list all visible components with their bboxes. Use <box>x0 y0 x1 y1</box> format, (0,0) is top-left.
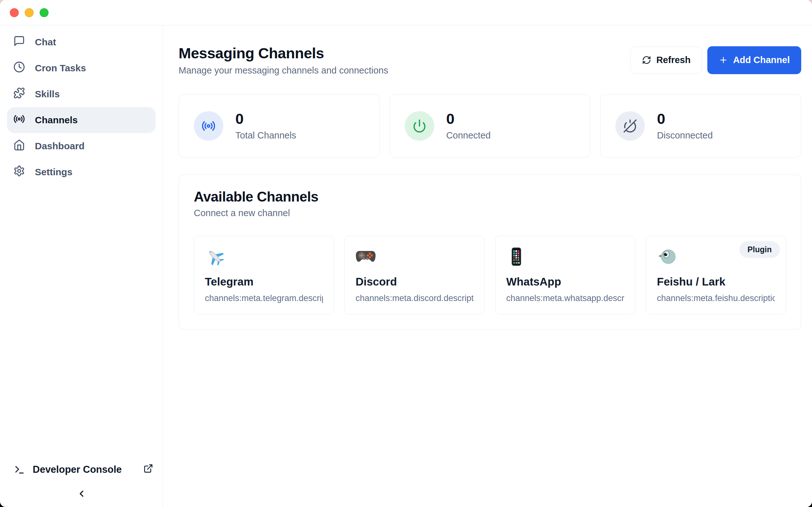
sidebar-item-label: Skills <box>35 89 60 100</box>
channel-grid: Telegram channels:meta.telegram.descript <box>194 236 786 314</box>
close-window-button[interactable] <box>10 8 19 17</box>
sidebar-item-settings[interactable]: Settings <box>7 159 156 185</box>
power-icon <box>405 111 434 141</box>
channel-description: channels:meta.whatsapp.descrip <box>506 293 624 303</box>
external-link-icon <box>143 464 153 476</box>
chevron-left-icon <box>77 489 87 499</box>
power-off-icon <box>615 111 645 141</box>
developer-console-link[interactable]: Developer Console <box>7 459 156 480</box>
header-actions: Refresh Add Channel <box>630 46 801 74</box>
stat-value: 0 <box>235 111 296 126</box>
stats-row: 0 Total Channels 0 Connected <box>179 94 801 158</box>
developer-console-label: Developer Console <box>33 464 122 475</box>
chat-bubble-icon <box>13 35 25 49</box>
add-channel-button[interactable]: Add Channel <box>707 46 801 74</box>
airplane-emoji <box>205 246 225 267</box>
add-channel-button-label: Add Channel <box>733 55 790 65</box>
channel-name: Telegram <box>205 275 323 288</box>
radio-icon <box>13 113 25 127</box>
stat-card-disconnected: 0 Disconnected <box>600 94 801 158</box>
game-controller-emoji <box>356 246 376 267</box>
available-channels-section: Available Channels Connect a new channel <box>179 175 801 330</box>
stat-label: Total Channels <box>235 130 296 141</box>
stat-value: 0 <box>446 111 491 126</box>
sidebar-item-skills[interactable]: Skills <box>7 81 156 107</box>
channel-name: Feishu / Lark <box>657 275 775 288</box>
sidebar-item-channels[interactable]: Channels <box>7 107 156 133</box>
plus-icon <box>719 55 728 65</box>
refresh-icon <box>642 55 651 65</box>
refresh-button[interactable]: Refresh <box>630 47 702 74</box>
bird-emoji <box>657 246 677 267</box>
channel-card-telegram[interactable]: Telegram channels:meta.telegram.descript <box>194 236 334 314</box>
refresh-button-label: Refresh <box>656 55 691 65</box>
sidebar-item-label: Channels <box>35 115 78 125</box>
channel-description: channels:meta.feishu.description <box>657 293 775 303</box>
mobile-phone-emoji <box>506 246 526 267</box>
sidebar-item-chat[interactable]: Chat <box>7 29 156 55</box>
sidebar-nav: Chat Cron Tasks Skills <box>7 29 156 185</box>
stat-label: Connected <box>446 130 491 141</box>
main-content: Messaging Channels Manage your messaging… <box>163 25 812 507</box>
window-titlebar <box>0 0 812 25</box>
page-title: Messaging Channels <box>179 44 388 62</box>
channel-name: WhatsApp <box>506 275 624 288</box>
sidebar-item-label: Dashboard <box>35 141 85 152</box>
channel-card-whatsapp[interactable]: WhatsApp channels:meta.whatsapp.descrip <box>495 236 635 314</box>
clock-icon <box>13 61 25 75</box>
gear-icon <box>13 165 25 179</box>
zoom-window-button[interactable] <box>40 8 49 17</box>
plugin-badge: Plugin <box>740 241 780 258</box>
app-window: Chat Cron Tasks Skills <box>0 0 812 507</box>
home-icon <box>13 139 25 153</box>
radio-icon <box>194 111 223 141</box>
sidebar-item-dashboard[interactable]: Dashboard <box>7 133 156 159</box>
collapse-sidebar-button[interactable] <box>7 489 156 499</box>
sidebar-item-label: Chat <box>35 37 56 48</box>
channel-description: channels:meta.discord.descriptic <box>356 293 473 303</box>
sidebar-item-label: Settings <box>35 167 72 177</box>
puzzle-icon <box>13 87 25 101</box>
channel-name: Discord <box>356 275 473 288</box>
sidebar-item-cron-tasks[interactable]: Cron Tasks <box>7 55 156 81</box>
sidebar: Chat Cron Tasks Skills <box>0 25 163 507</box>
stat-card-total-channels: 0 Total Channels <box>179 94 380 158</box>
available-channels-subtitle: Connect a new channel <box>194 208 786 218</box>
sidebar-footer: Developer Console <box>7 459 156 499</box>
minimize-window-button[interactable] <box>25 8 34 17</box>
channel-description: channels:meta.telegram.descript <box>205 293 323 303</box>
stat-card-connected: 0 Connected <box>390 94 591 158</box>
available-channels-title: Available Channels <box>194 189 786 205</box>
stat-label: Disconnected <box>657 130 713 141</box>
sidebar-item-label: Cron Tasks <box>35 63 86 73</box>
stat-value: 0 <box>657 111 713 126</box>
page-header: Messaging Channels Manage your messaging… <box>179 44 801 76</box>
terminal-icon <box>14 464 25 475</box>
page-subtitle: Manage your messaging channels and conne… <box>179 65 388 76</box>
channel-card-discord[interactable]: Discord channels:meta.discord.descriptic <box>345 236 485 314</box>
channel-card-feishu[interactable]: Plugin Feishu / Lark channels:meta. <box>646 236 786 314</box>
